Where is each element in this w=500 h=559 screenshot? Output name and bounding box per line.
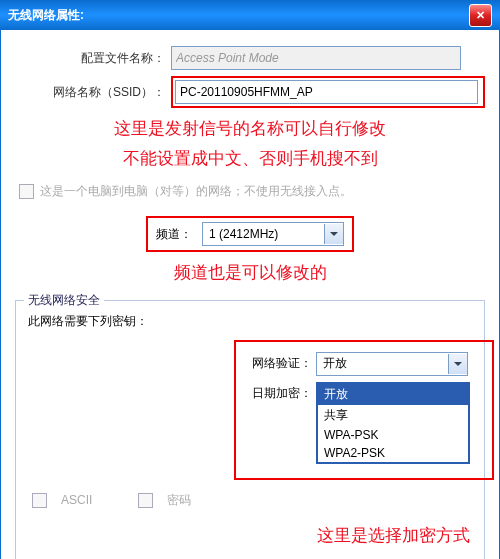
- ascii-row: ASCII 密码: [32, 492, 476, 509]
- chevron-down-icon: [454, 362, 462, 366]
- profile-row: 配置文件名称：: [15, 46, 485, 70]
- dialog-content: 配置文件名称： 网络名称（SSID）： 这里是发射信号的名称可以自行修改 不能设…: [0, 30, 500, 559]
- ascii-label: ASCII: [61, 493, 92, 507]
- auth-dropdown-list[interactable]: 开放 共享 WPA-PSK WPA2-PSK: [316, 382, 470, 464]
- security-fieldset: 无线网络安全 此网络需要下列密钥： 网络验证： 开放 日期加密： 开放: [15, 300, 485, 560]
- ssid-note-2: 不能设置成中文、否则手机搜不到: [15, 146, 485, 172]
- auth-options-highlight: 网络验证： 开放 日期加密： 开放 共享 WPA-PSK WPA2-PSK: [234, 340, 494, 480]
- ssid-note-1: 这里是发射信号的名称可以自行修改: [15, 116, 485, 142]
- close-button[interactable]: ✕: [469, 4, 492, 27]
- adhoc-row: 这是一个电脑到电脑（对等）的网络；不使用无线接入点。: [19, 183, 485, 200]
- need-key-label: 此网络需要下列密钥：: [28, 313, 476, 330]
- security-legend: 无线网络安全: [24, 292, 104, 309]
- channel-label: 频道：: [156, 226, 192, 243]
- channel-row: 频道： 1 (2412MHz): [15, 216, 485, 252]
- encrypt-label: 日期加密：: [244, 382, 316, 402]
- channel-value: 1 (2412MHz): [203, 227, 284, 241]
- auth-value: 开放: [317, 355, 353, 372]
- adhoc-checkbox: [19, 184, 34, 199]
- auth-option-wpapsk[interactable]: WPA-PSK: [318, 426, 468, 444]
- channel-select[interactable]: 1 (2412MHz): [202, 222, 344, 246]
- encrypt-note: 这里是选择加密方式: [24, 523, 470, 549]
- ssid-input[interactable]: [175, 80, 478, 104]
- window-title: 无线网络属性:: [8, 7, 84, 24]
- auth-option-wpa2psk[interactable]: WPA2-PSK: [318, 444, 468, 462]
- profile-name-input: [171, 46, 461, 70]
- ascii-checkbox: [32, 493, 47, 508]
- ssid-label: 网络名称（SSID）：: [15, 84, 171, 101]
- passcode-label: 密码: [167, 492, 191, 509]
- ssid-highlight: [171, 76, 485, 108]
- passcode-checkbox: [138, 493, 153, 508]
- close-icon: ✕: [476, 9, 485, 22]
- auth-option-shared[interactable]: 共享: [318, 405, 468, 426]
- channel-highlight: 频道： 1 (2412MHz): [146, 216, 354, 252]
- auth-row: 网络验证： 开放: [244, 352, 484, 376]
- ssid-row: 网络名称（SSID）：: [15, 76, 485, 108]
- auth-dropdown-button[interactable]: [448, 354, 467, 374]
- security-inner: 此网络需要下列密钥： 网络验证： 开放 日期加密： 开放 共享: [24, 313, 476, 560]
- channel-dropdown-button[interactable]: [324, 224, 343, 244]
- auth-option-open[interactable]: 开放: [318, 384, 468, 405]
- adhoc-label: 这是一个电脑到电脑（对等）的网络；不使用无线接入点。: [40, 183, 352, 200]
- channel-note: 频道也是可以修改的: [15, 260, 485, 286]
- auth-label: 网络验证：: [244, 352, 316, 372]
- titlebar: 无线网络属性: ✕: [0, 0, 500, 30]
- profile-label: 配置文件名称：: [15, 50, 171, 67]
- auth-select[interactable]: 开放: [316, 352, 468, 376]
- encrypt-row: 日期加密： 开放 共享 WPA-PSK WPA2-PSK: [244, 382, 484, 464]
- chevron-down-icon: [330, 232, 338, 236]
